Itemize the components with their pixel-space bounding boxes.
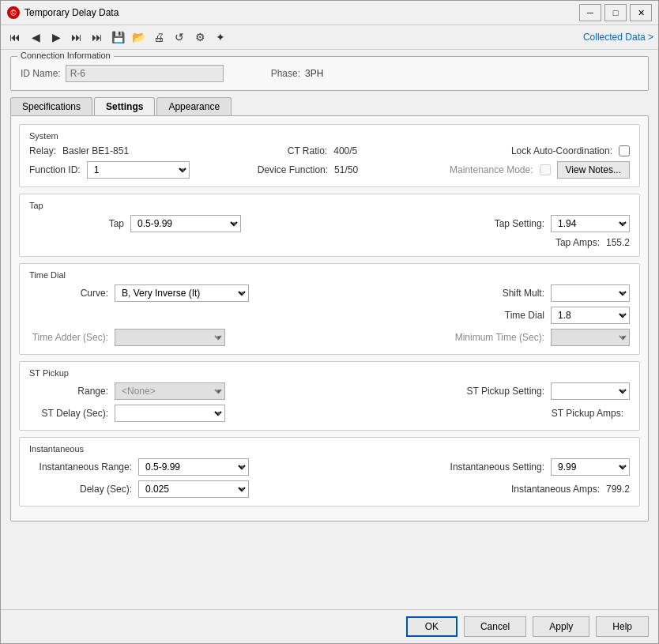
tap-section: Tap Tap 0.5-9.99 Tap Setting: 1.94 bbox=[19, 194, 640, 257]
st-range-wrapper: <None> bbox=[115, 382, 225, 400]
phase-label: Phase: bbox=[271, 68, 300, 79]
next-icon[interactable]: ▶ bbox=[47, 28, 66, 47]
time-dial-section: Time Dial Curve: B, Very Inverse (It) Sh… bbox=[19, 263, 640, 355]
st-pickup-setting-label: ST Pickup Setting: bbox=[467, 386, 545, 397]
tap-setting-wrapper: 1.94 bbox=[551, 215, 630, 232]
tab-appearance[interactable]: Appearance bbox=[156, 97, 232, 115]
id-name-input[interactable] bbox=[66, 65, 224, 82]
lock-auto-checkbox[interactable] bbox=[619, 145, 630, 156]
st-delay-wrapper bbox=[115, 405, 225, 422]
st-delay-select[interactable] bbox=[115, 405, 225, 422]
curve-select-wrapper: B, Very Inverse (It) bbox=[115, 284, 249, 302]
minimum-time-select[interactable] bbox=[551, 329, 630, 346]
tap-amps-label: Tap Amps: bbox=[555, 237, 600, 248]
st-range-label: Range: bbox=[29, 386, 108, 397]
st-pickup-setting-select[interactable] bbox=[551, 382, 630, 400]
inst-delay-wrapper: 0.025 bbox=[138, 480, 249, 498]
phase-value: 3PH bbox=[305, 68, 323, 79]
bottom-bar: OK Cancel Apply Help bbox=[1, 609, 658, 643]
st-pickup-title: ST Pickup bbox=[29, 368, 630, 378]
inst-setting-wrapper: 9.99 bbox=[551, 458, 630, 476]
phase-field: Phase: 3PH bbox=[271, 68, 324, 79]
system-row1: Relay: Basler BE1-851 CT Ratio: 400/5 Lo… bbox=[29, 145, 630, 156]
tap-select[interactable]: 0.5-9.99 bbox=[130, 215, 241, 232]
st-pickup-row1: Range: <None> ST Pickup Setting: bbox=[29, 382, 630, 400]
device-function-label: Device Function: bbox=[258, 164, 328, 175]
instantaneous-row1: Instantaneous Range: 0.5-9.99 Instantane… bbox=[29, 458, 630, 476]
instantaneous-section: Instantaneous Instantaneous Range: 0.5-9… bbox=[19, 437, 640, 507]
nav5-icon[interactable]: ⏭ bbox=[88, 28, 107, 47]
function-id-select[interactable]: 1 bbox=[87, 161, 190, 179]
time-dial-row3: Time Adder (Sec): Minimum Time (Sec): bbox=[29, 329, 630, 346]
help-button[interactable]: Help bbox=[596, 616, 649, 637]
shift-mult-select[interactable] bbox=[551, 284, 630, 302]
time-adder-select[interactable] bbox=[115, 329, 225, 346]
instantaneous-row2: Delay (Sec): 0.025 Instantaneous Amps: 7… bbox=[29, 480, 630, 498]
tools-icon[interactable]: ✦ bbox=[211, 28, 230, 47]
minimum-time-wrapper bbox=[551, 329, 630, 346]
curve-select[interactable]: B, Very Inverse (It) bbox=[115, 284, 249, 302]
collected-data-link[interactable]: Collected Data > bbox=[583, 32, 653, 43]
id-name-label: ID Name: bbox=[21, 68, 61, 79]
ok-button[interactable]: OK bbox=[406, 616, 458, 637]
st-pickup-setting-wrapper bbox=[551, 382, 630, 400]
tab-content: System Relay: Basler BE1-851 CT Ratio: 4… bbox=[10, 115, 649, 522]
relay-label: Relay: bbox=[29, 145, 56, 156]
refresh-icon[interactable]: ↺ bbox=[170, 28, 189, 47]
st-pickup-amps-label: ST Pickup Amps: bbox=[552, 408, 623, 419]
title-bar: © Temporary Delay Data ─ □ ✕ bbox=[1, 1, 658, 25]
system-section-title: System bbox=[29, 131, 630, 141]
tab-specifications[interactable]: Specifications bbox=[10, 97, 92, 115]
connection-info-group: Connection Information ID Name: Phase: 3… bbox=[10, 56, 649, 91]
cancel-button[interactable]: Cancel bbox=[464, 616, 526, 637]
lock-auto-label: Lock Auto-Coordination: bbox=[511, 145, 612, 156]
maintenance-mode-label: Maintenance Mode: bbox=[450, 164, 533, 175]
st-pickup-section: ST Pickup Range: <None> ST Pickup Settin… bbox=[19, 361, 640, 431]
st-range-select[interactable]: <None> bbox=[115, 382, 225, 400]
inst-range-select[interactable]: 0.5-9.99 bbox=[138, 458, 249, 476]
tap-amps-row: Tap Amps: 155.2 bbox=[29, 237, 630, 248]
inst-delay-select[interactable]: 0.025 bbox=[138, 480, 249, 498]
st-pickup-row2: ST Delay (Sec): ST Pickup Amps: bbox=[29, 405, 630, 422]
maximize-button[interactable]: □ bbox=[604, 4, 627, 21]
time-dial-label: Time Dial bbox=[505, 310, 544, 321]
tap-label: Tap bbox=[29, 218, 124, 229]
connection-info-title: Connection Information bbox=[17, 51, 114, 60]
system-row2: Function ID: 1 Device Function: 51/50 Ma… bbox=[29, 161, 630, 179]
window-title: Temporary Delay Data bbox=[24, 7, 579, 18]
tap-amps-value: 155.2 bbox=[606, 237, 630, 248]
time-dial-row1: Curve: B, Very Inverse (It) Shift Mult: bbox=[29, 284, 630, 302]
prev-icon[interactable]: ◀ bbox=[26, 28, 45, 47]
view-notes-button[interactable]: View Notes... bbox=[557, 161, 630, 179]
id-name-field: ID Name: bbox=[21, 65, 224, 82]
ct-ratio-value: 400/5 bbox=[333, 145, 381, 156]
connection-row: ID Name: Phase: 3PH bbox=[21, 65, 638, 82]
tap-setting-select[interactable]: 1.94 bbox=[551, 215, 630, 232]
time-dial-row2: Time Dial 1.8 bbox=[29, 307, 630, 324]
instantaneous-title: Instantaneous bbox=[29, 444, 630, 454]
shift-mult-label: Shift Mult: bbox=[503, 288, 544, 299]
settings-icon[interactable]: ⚙ bbox=[190, 28, 209, 47]
minimize-button[interactable]: ─ bbox=[579, 4, 601, 21]
apply-button[interactable]: Apply bbox=[533, 616, 589, 637]
tap-row: Tap 0.5-9.99 Tap Setting: 1.94 bbox=[29, 215, 630, 232]
main-window: © Temporary Delay Data ─ □ ✕ ⏮ ◀ ▶ ⏭ ⏭ 💾… bbox=[0, 0, 659, 644]
print-icon[interactable]: 🖨 bbox=[149, 28, 168, 47]
inst-setting-select[interactable]: 9.99 bbox=[551, 458, 630, 476]
time-adder-wrapper bbox=[115, 329, 225, 346]
system-section: System Relay: Basler BE1-851 CT Ratio: 4… bbox=[19, 124, 640, 187]
time-dial-select-wrapper: 1.8 bbox=[551, 307, 630, 324]
tab-settings[interactable]: Settings bbox=[94, 97, 155, 115]
tap-section-title: Tap bbox=[29, 201, 630, 210]
maintenance-mode-checkbox[interactable] bbox=[540, 164, 551, 175]
time-dial-select[interactable]: 1.8 bbox=[551, 307, 630, 324]
open-icon[interactable]: 📂 bbox=[129, 28, 148, 47]
save-icon[interactable]: 💾 bbox=[108, 28, 127, 47]
toolbar-buttons: ⏮ ◀ ▶ ⏭ ⏭ 💾 📂 🖨 ↺ ⚙ ✦ bbox=[6, 28, 230, 47]
inst-range-wrapper: 0.5-9.99 bbox=[138, 458, 249, 476]
close-button[interactable]: ✕ bbox=[630, 4, 652, 21]
last-icon[interactable]: ⏭ bbox=[67, 28, 86, 47]
first-icon[interactable]: ⏮ bbox=[6, 28, 24, 47]
function-id-wrapper: 1 bbox=[87, 161, 190, 179]
function-id-label: Function ID: bbox=[29, 164, 81, 175]
